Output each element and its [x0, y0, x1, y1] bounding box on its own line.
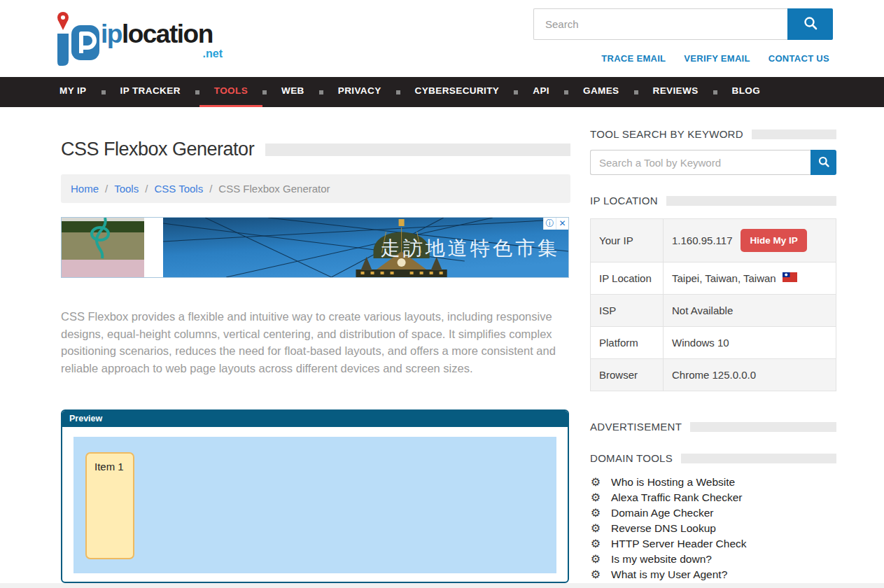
advertisement-heading-row: ADVERTISEMENT	[590, 421, 836, 433]
table-row: Browser Chrome 125.0.0.0	[591, 359, 836, 391]
ad-gap	[144, 218, 163, 277]
ip-location-heading-row: IP LOCATION	[590, 195, 836, 206]
nav-item-reviews[interactable]: REVIEWS	[638, 77, 713, 107]
domain-tool-label: Domain Age Checker	[611, 507, 713, 519]
gear-icon: ⚙	[590, 492, 601, 503]
title-decorative-bar	[265, 144, 570, 156]
browser-value: Chrome 125.0.0.0	[664, 359, 836, 391]
tool-search-input[interactable]	[590, 150, 811, 175]
domain-tool-domain-age[interactable]: ⚙ Domain Age Checker	[590, 505, 836, 521]
gear-icon: ⚙	[590, 477, 601, 488]
iplocation-logo[interactable]: iplocation .net	[53, 4, 221, 69]
row-label: ISP	[591, 295, 664, 327]
domain-tools-heading: DOMAIN TOOLS	[590, 452, 673, 464]
tool-search-heading: TOOL SEARCH BY KEYWORD	[590, 128, 743, 140]
gear-icon: ⚙	[590, 507, 601, 519]
ad-left-image	[62, 218, 144, 277]
ip-location-value: Taipei, Taiwan, Taiwan	[672, 272, 776, 284]
domain-tool-label: Who is Hosting a Website	[611, 476, 735, 489]
domain-tool-user-agent[interactable]: ⚙ What is my User Agent?	[590, 567, 836, 582]
heading-decorative-bar	[752, 130, 836, 139]
tool-search	[590, 150, 836, 175]
breadcrumb-current: CSS Flexbox Generator	[218, 183, 330, 195]
nav-item-api[interactable]: API	[518, 77, 564, 107]
domain-tool-reverse-dns[interactable]: ⚙ Reverse DNS Lookup	[590, 521, 836, 536]
breadcrumb-separator: /	[145, 183, 148, 195]
logo-tld: .net	[203, 48, 223, 60]
tool-search-heading-row: TOOL SEARCH BY KEYWORD	[590, 128, 836, 140]
logo-wordmark: iplocation	[101, 20, 213, 49]
breadcrumb-separator: /	[105, 183, 108, 195]
ad-badges: ⓘ ✕	[543, 218, 568, 230]
domain-tool-http-header[interactable]: ⚙ HTTP Server Header Check	[590, 536, 836, 552]
domain-tool-label: Alexa Traffic Rank Checker	[611, 491, 743, 504]
title-row: CSS Flexbox Generator	[61, 139, 570, 160]
main-nav: MY IP IP TRACKER TOOLS WEB PRIVACY CYBER…	[0, 77, 884, 107]
domain-tool-website-down[interactable]: ⚙ Is my website down?	[590, 552, 836, 567]
header-search-button[interactable]	[787, 8, 833, 40]
your-ip-value: 1.160.95.117	[672, 234, 732, 246]
preview-header: Preview	[62, 411, 568, 427]
table-row: IP Location Taipei, Taiwan, Taiwan	[591, 262, 836, 295]
breadcrumb-home[interactable]: Home	[71, 183, 99, 195]
table-row: ISP Not Available	[591, 295, 836, 327]
domain-tool-who-is-hosting[interactable]: ⚙ Who is Hosting a Website	[590, 475, 836, 490]
platform-value: Windows 10	[664, 327, 836, 359]
nav-item-ip-tracker[interactable]: IP TRACKER	[106, 77, 195, 107]
verify-email-link[interactable]: VERIFY EMAIL	[684, 53, 750, 64]
header-links: TRACE EMAIL VERIFY EMAIL CONTACT US	[601, 53, 829, 64]
gear-icon: ⚙	[590, 538, 601, 550]
nav-item-games[interactable]: GAMES	[568, 77, 634, 107]
nav-item-tools[interactable]: TOOLS	[199, 77, 262, 107]
nav-item-cybersecurity[interactable]: CYBERSECURITY	[400, 77, 514, 107]
table-row: Platform Windows 10	[591, 327, 836, 359]
row-label: Browser	[591, 359, 664, 391]
iplocation-logo-icon	[53, 7, 99, 71]
trace-email-link[interactable]: TRACE EMAIL	[601, 53, 666, 64]
page-title: CSS Flexbox Generator	[61, 139, 254, 160]
table-row: Your IP 1.160.95.117 Hide My IP	[591, 219, 836, 262]
ip-location-heading: IP LOCATION	[590, 195, 658, 206]
gear-icon: ⚙	[590, 523, 601, 534]
breadcrumb-css-tools[interactable]: CSS Tools	[154, 183, 203, 195]
header-search	[533, 8, 833, 40]
nav-item-web[interactable]: WEB	[267, 77, 319, 107]
domain-tool-label: HTTP Server Header Check	[611, 538, 747, 550]
hide-my-ip-button[interactable]: Hide My IP	[741, 229, 806, 252]
nav-item-blog[interactable]: BLOG	[717, 77, 776, 107]
search-icon	[804, 16, 818, 32]
ad-main-image: 走訪地道特色市集 ⓘ ✕	[163, 218, 568, 277]
domain-tool-alexa-rank[interactable]: ⚙ Alexa Traffic Rank Checker	[590, 490, 836, 505]
ad-info-icon[interactable]: ⓘ	[543, 218, 556, 230]
breadcrumb: Home / Tools / CSS Tools / CSS Flexbox G…	[61, 174, 570, 203]
nav-item-my-ip[interactable]: MY IP	[59, 77, 101, 107]
ad-banner[interactable]: 走訪地道特色市集 ⓘ ✕	[61, 217, 569, 278]
domain-tool-label: Is my website down?	[611, 553, 712, 566]
header-search-input[interactable]	[533, 8, 787, 40]
flexbox-preview-item[interactable]: Item 1	[85, 452, 134, 559]
domain-tools-heading-row: DOMAIN TOOLS	[590, 452, 836, 464]
row-label: Platform	[591, 327, 664, 359]
advertisement-heading: ADVERTISEMENT	[590, 421, 682, 433]
row-label: Your IP	[591, 219, 664, 262]
ad-close-icon[interactable]: ✕	[556, 218, 568, 230]
breadcrumb-separator: /	[209, 183, 212, 195]
nav-item-privacy[interactable]: PRIVACY	[323, 77, 396, 107]
domain-tool-label: What is my User Agent?	[611, 568, 727, 581]
tool-search-button[interactable]	[811, 150, 836, 175]
search-icon	[818, 156, 829, 169]
heading-decorative-bar	[681, 454, 836, 463]
ip-location-table: Your IP 1.160.95.117 Hide My IP IP Locat…	[590, 218, 836, 391]
breadcrumb-tools[interactable]: Tools	[114, 183, 139, 195]
next-section-edge	[0, 583, 884, 588]
heading-decorative-bar	[666, 196, 836, 206]
flexbox-preview-container: Item 1	[73, 437, 556, 573]
heading-decorative-bar	[690, 422, 836, 432]
domain-tools-list: ⚙ Who is Hosting a Website ⚙ Alexa Traff…	[590, 475, 836, 582]
preview-panel: Preview Item 1	[61, 410, 569, 583]
isp-value: Not Available	[664, 295, 836, 327]
gear-icon: ⚙	[590, 554, 601, 565]
gear-icon: ⚙	[590, 569, 601, 580]
contact-us-link[interactable]: CONTACT US	[769, 53, 829, 64]
row-label: IP Location	[591, 262, 664, 295]
